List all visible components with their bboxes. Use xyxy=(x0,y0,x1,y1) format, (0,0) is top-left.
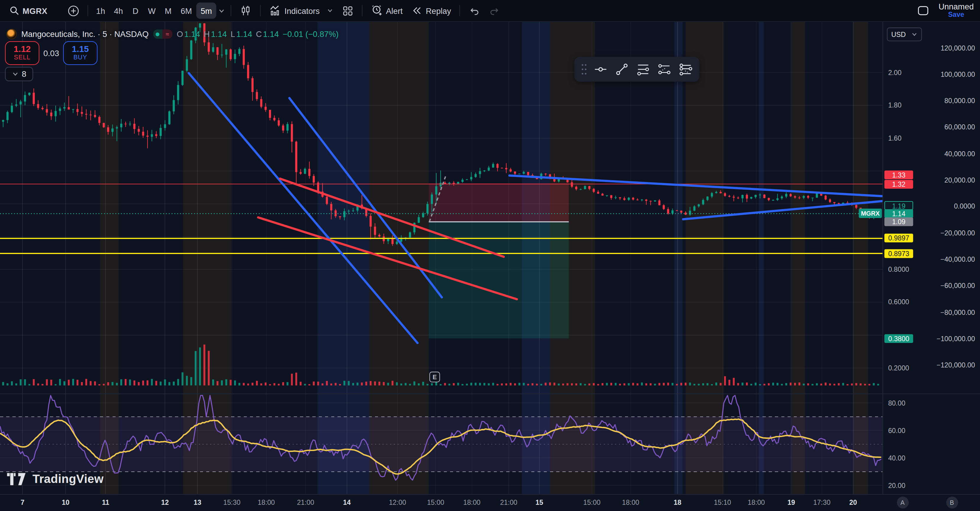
chart-canvas[interactable] xyxy=(0,22,883,494)
time-tick-label[interactable]: 10 xyxy=(52,498,80,506)
time-axis[interactable]: 71011121315:3018:0021:001412:0015:0018:0… xyxy=(0,494,980,511)
depth-selector-button[interactable]: 8 xyxy=(5,67,33,81)
sell-label: SELL xyxy=(14,53,30,62)
legend-title[interactable]: Mangoceuticals, Inc. · 5 · NASDAQ xyxy=(21,29,149,39)
time-tick-label[interactable]: 15 xyxy=(526,498,553,506)
time-tick-label[interactable]: 21:00 xyxy=(495,498,522,506)
parallel-channel-tool-button[interactable] xyxy=(654,59,675,79)
indicator-tick-label: 40.00 xyxy=(888,454,905,462)
interval-W[interactable]: W xyxy=(144,2,160,19)
chevron-down-icon xyxy=(326,7,333,14)
tradingview-watermark[interactable]: TradingView xyxy=(6,472,103,487)
alert-label: Alert xyxy=(386,6,403,15)
symbol-label: MGRX xyxy=(22,6,47,15)
watermark-label: TradingView xyxy=(32,472,104,486)
horizontal-line-tool-button[interactable] xyxy=(590,59,611,79)
interval-5m[interactable]: 5m xyxy=(196,2,216,19)
time-tick-label[interactable]: 13 xyxy=(184,498,211,506)
notification-icon: ≈ xyxy=(162,29,172,39)
time-tick-label[interactable]: 17:30 xyxy=(808,498,835,506)
replay-button[interactable]: Replay xyxy=(407,2,455,19)
undo-arrow-icon xyxy=(468,5,480,17)
change-value: −0.01 (−0.87%) xyxy=(283,29,339,39)
floating-drawing-toolbar[interactable] xyxy=(575,57,699,81)
interval-D[interactable]: D xyxy=(127,2,144,19)
time-tick-label[interactable]: 15:30 xyxy=(218,498,246,506)
price-badge: 1.14 xyxy=(884,209,913,218)
time-tick-label[interactable]: 15:00 xyxy=(578,498,606,506)
time-tick-label[interactable]: 18:00 xyxy=(252,498,280,506)
time-tick-label[interactable]: 18:00 xyxy=(458,498,485,506)
interval-switcher: 1h4hDWM6M5m xyxy=(92,2,216,19)
interval-4h[interactable]: 4h xyxy=(110,2,127,19)
indicator-tick-label: 60.00 xyxy=(888,426,905,434)
volume-tick-label: −80,000.00 xyxy=(940,308,975,316)
alert-button[interactable]: Alert xyxy=(366,2,407,19)
spread-value: 0.03 xyxy=(43,48,59,58)
time-tick-label[interactable]: 20 xyxy=(839,498,867,506)
fib-retracement-tool-button[interactable] xyxy=(632,59,654,79)
top-toolbar: MGRX 1h4hDWM6M5m xyxy=(0,0,980,22)
time-tick-label[interactable]: 21:00 xyxy=(292,498,320,506)
indicators-button[interactable]: Indicators xyxy=(264,2,337,19)
trend-line-tool-button[interactable] xyxy=(611,59,632,79)
interval-M[interactable]: M xyxy=(160,2,176,19)
price-axis[interactable]: USD 2.001.801.600.80000.60000.200080.006… xyxy=(883,22,980,494)
price-tick-label: 1.60 xyxy=(888,134,901,142)
time-tick-label[interactable]: 11 xyxy=(92,498,119,506)
plus-circle-icon xyxy=(67,5,79,17)
manage-layouts-button[interactable] xyxy=(912,2,934,19)
pane-divider[interactable] xyxy=(0,394,980,394)
time-tick-label[interactable]: 14 xyxy=(333,498,361,506)
time-tick-label[interactable]: 18 xyxy=(664,498,691,506)
compare-add-button[interactable] xyxy=(63,2,84,19)
buy-label: BUY xyxy=(73,53,87,62)
layout-name-button[interactable]: Unnamed Save xyxy=(939,2,974,19)
undo-button[interactable] xyxy=(464,2,484,19)
disjoint-channel-tool-button[interactable] xyxy=(675,59,696,79)
volume-tick-label: −60,000.00 xyxy=(940,282,975,290)
interval-1h[interactable]: 1h xyxy=(92,2,109,19)
volume-tick-label: −40,000.00 xyxy=(940,256,975,263)
indicator-tick-label: 80.00 xyxy=(888,399,905,407)
time-tick-label[interactable]: 19 xyxy=(778,498,805,506)
time-tick-label[interactable]: 12:00 xyxy=(383,498,411,506)
drag-handle[interactable] xyxy=(578,62,590,77)
earnings-marker[interactable]: E xyxy=(430,371,440,382)
time-tick-label[interactable]: 18:00 xyxy=(742,498,770,506)
redo-button[interactable] xyxy=(484,2,505,19)
symbol-search-button[interactable]: MGRX xyxy=(5,2,52,19)
time-tick-label[interactable]: 7 xyxy=(9,498,37,506)
price-tick-label: 2.00 xyxy=(888,68,901,76)
interval-menu-caret[interactable] xyxy=(216,2,227,19)
time-tick-label[interactable]: 15:00 xyxy=(422,498,449,506)
volume-tick-label: 20,000.00 xyxy=(945,176,975,184)
toolbar-separator xyxy=(260,5,261,16)
tradingview-logo-icon xyxy=(6,472,27,487)
layout-grid-button[interactable] xyxy=(337,2,358,19)
chart-style-button[interactable] xyxy=(235,2,256,19)
time-tick-label[interactable]: 12 xyxy=(151,498,179,506)
toolbar-separator xyxy=(459,5,460,16)
indicators-label: Indicators xyxy=(285,6,320,15)
save-button[interactable]: Save xyxy=(948,11,964,19)
chevron-down-icon xyxy=(218,7,225,14)
price-badge: 0.8973 xyxy=(884,249,913,258)
market-status-pill[interactable]: ≈ xyxy=(153,29,173,39)
volume-tick-label: 40,000.00 xyxy=(945,150,975,158)
toolbar-separator xyxy=(231,5,231,16)
sell-button[interactable]: 1.12 SELL xyxy=(5,41,39,65)
buy-button[interactable]: 1.15 BUY xyxy=(63,41,97,65)
chart-stage: Mangoceuticals, Inc. · 5 · NASDAQ ≈ O1.1… xyxy=(0,22,980,511)
time-tick-label[interactable]: 18:00 xyxy=(617,498,644,506)
volume-tick-label: 100,000.00 xyxy=(941,71,975,79)
time-tick-label[interactable]: 15:10 xyxy=(709,498,736,506)
symbol-price-tag: MGRX xyxy=(859,209,882,218)
symbol-legend[interactable]: Mangoceuticals, Inc. · 5 · NASDAQ ≈ O1.1… xyxy=(6,29,339,39)
axis-corner-button-a[interactable]: A xyxy=(897,497,908,508)
volume-tick-label: −100,000.00 xyxy=(937,335,975,343)
axis-corner-button-b[interactable]: B xyxy=(946,497,958,508)
currency-selector-button[interactable]: USD xyxy=(887,27,922,41)
chart-pane[interactable]: Mangoceuticals, Inc. · 5 · NASDAQ ≈ O1.1… xyxy=(0,22,883,494)
interval-6M[interactable]: 6M xyxy=(176,2,196,19)
